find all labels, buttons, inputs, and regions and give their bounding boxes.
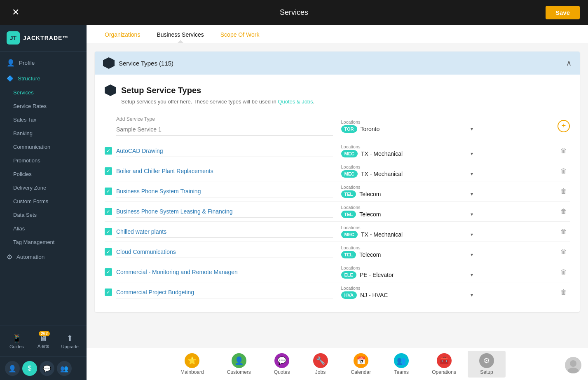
location-text-7: NJ - HVAC	[360, 292, 467, 298]
location-dropdown-3[interactable]: ▾	[471, 211, 473, 217]
group-icon-btn[interactable]: 👥	[57, 361, 72, 376]
svg-point-0	[570, 360, 576, 367]
sidebar-logo: JT JACKTRADE™	[0, 25, 87, 52]
sidebar-item-structure[interactable]: 🔷 Structure	[0, 71, 87, 86]
location-dropdown-6[interactable]: ▾	[471, 272, 473, 278]
service-types-card: Service Types (115) ∧ Setup Service Type…	[95, 52, 580, 312]
delete-service-button-1[interactable]: 🗑	[558, 165, 570, 177]
nav-calendar[interactable]: 📅 Calendar	[340, 351, 383, 378]
teams-label: Teams	[394, 369, 409, 375]
upgrade-icon: ⬆	[66, 333, 73, 343]
service-location-0: Locations MEC TX - Mechanical ▾	[341, 144, 558, 157]
setup-header: Setup Service Types	[105, 84, 570, 96]
close-button[interactable]: ✕	[8, 5, 23, 20]
nav-jobs[interactable]: 🔧 Jobs	[302, 351, 340, 378]
mainboard-icon: ⭐	[185, 353, 199, 368]
service-checkbox-0[interactable]: ✓	[105, 147, 112, 155]
service-checkbox-3[interactable]: ✓	[105, 208, 112, 215]
delete-service-button-2[interactable]: 🗑	[558, 185, 570, 197]
delete-service-button-4[interactable]: 🗑	[558, 225, 570, 238]
quotes-link[interactable]: Quotes & Jobs	[278, 99, 313, 105]
sidebar-item-profile[interactable]: 👤 Profile	[0, 55, 87, 71]
service-checkbox-7[interactable]: ✓	[105, 289, 112, 296]
service-list-item: ✓ Boiler and Chiller Plant Replacements …	[105, 161, 570, 181]
sidebar-item-communication[interactable]: Communication	[0, 140, 87, 154]
service-location-2: Locations TEL Telecom ▾	[341, 185, 558, 198]
tab-organizations[interactable]: Organizations	[96, 25, 148, 43]
nav-label-profile: Profile	[19, 60, 35, 66]
location-text-5: Telecom	[359, 251, 467, 258]
service-checkbox-1[interactable]: ✓	[105, 167, 112, 175]
location-dropdown-5[interactable]: ▾	[471, 252, 473, 258]
service-location-3: Locations TEL Telecom ▾	[341, 205, 558, 218]
add-service-row: Add Service Type Locations TOR Toronto ▾	[105, 113, 570, 139]
location-dropdown-7[interactable]: ▾	[471, 292, 473, 298]
sidebar-item-tag-management[interactable]: Tag Management	[0, 235, 87, 249]
location-dropdown-0[interactable]: ▾	[471, 151, 473, 157]
sidebar-bottom: 📱 Guides 🖥 262 Alerts ⬆ Upgrade	[0, 326, 87, 357]
upgrade-button[interactable]: ⬆ Upgrade	[58, 331, 82, 352]
tab-scope-of-work[interactable]: Scope Of Work	[212, 25, 268, 43]
user-avatar[interactable]	[565, 357, 581, 373]
operations-icon: 🧰	[437, 353, 452, 368]
dollar-icon-btn[interactable]: $	[22, 361, 37, 376]
structure-icon: 🔷	[7, 75, 14, 82]
nav-operations[interactable]: 🧰 Operations	[420, 351, 468, 378]
nav-customers[interactable]: 👤 Customers	[216, 351, 262, 378]
delete-service-button-3[interactable]: 🗑	[558, 205, 570, 218]
service-name-1: Boiler and Chiller Plant Replacements	[116, 165, 333, 177]
service-list-item: ✓ Commercial - Monitoring and Remote Man…	[105, 262, 570, 282]
sidebar-item-sales-tax[interactable]: Sales Tax	[0, 113, 87, 127]
location-dropdown-1[interactable]: ▾	[471, 171, 473, 177]
operations-label: Operations	[432, 369, 456, 375]
location-text-6: PE - Elevator	[360, 272, 467, 278]
sidebar-item-services[interactable]: Services	[0, 86, 87, 99]
user-icon-btn[interactable]: 👤	[5, 361, 20, 376]
add-location-badge: TOR	[341, 125, 357, 133]
card-title: Service Types (115)	[119, 60, 173, 67]
delete-service-button-6[interactable]: 🗑	[558, 266, 570, 278]
add-service-input[interactable]	[116, 124, 333, 136]
sidebar-item-delivery-zone[interactable]: Delivery Zone	[0, 181, 87, 195]
sidebar-item-data-sets[interactable]: Data Sets	[0, 208, 87, 222]
nav-setup[interactable]: ⚙ Setup	[468, 351, 506, 378]
service-name-4: Chilled water plants	[116, 226, 333, 238]
service-checkbox-4[interactable]: ✓	[105, 228, 112, 235]
alerts-button[interactable]: 🖥 262 Alerts	[32, 331, 55, 352]
location-dropdown-2[interactable]: ▾	[471, 191, 473, 197]
chat-icon-btn[interactable]: 💬	[40, 361, 54, 376]
service-list-item: ✓ Commercial Project Budgeting Locations…	[105, 282, 570, 302]
logo-text: JACKTRADE™	[23, 35, 68, 41]
sidebar-item-service-rates[interactable]: Service Rates	[0, 99, 87, 113]
logo-icon: JT	[7, 31, 20, 45]
content-area: Organizations Business Services Scope Of…	[87, 25, 588, 380]
delete-service-button-7[interactable]: 🗑	[558, 286, 570, 298]
service-list-item: ✓ Business Phone System Leasing & Financ…	[105, 202, 570, 222]
delete-service-button-5[interactable]: 🗑	[558, 246, 570, 258]
sidebar-item-promotions[interactable]: Promotions	[0, 154, 87, 167]
nav-mainboard[interactable]: ⭐ Mainboard	[169, 351, 216, 378]
guides-button[interactable]: 📱 Guides	[5, 331, 28, 352]
sidebar-item-banking[interactable]: Banking	[0, 127, 87, 140]
save-button[interactable]: Save	[546, 6, 580, 19]
sidebar-item-policies[interactable]: Policies	[0, 167, 87, 181]
sidebar-item-custom-forms[interactable]: Custom Forms	[0, 195, 87, 208]
service-checkbox-5[interactable]: ✓	[105, 248, 112, 256]
tab-business-services[interactable]: Business Services	[148, 25, 212, 43]
service-checkbox-2[interactable]: ✓	[105, 188, 112, 195]
hex-icon	[103, 57, 115, 69]
service-checkbox-6[interactable]: ✓	[105, 268, 112, 276]
location-dropdown-4[interactable]: ▾	[471, 232, 473, 237]
calendar-icon: 📅	[354, 353, 368, 368]
location-badge-5: TEL	[341, 251, 356, 258]
delete-service-button-0[interactable]: 🗑	[558, 145, 570, 157]
sidebar-item-alias[interactable]: Alias	[0, 222, 87, 235]
automation-icon: ⚙	[7, 253, 12, 261]
service-list-item: ✓ Cloud Communications Locations TEL Tel…	[105, 242, 570, 262]
nav-quotes[interactable]: 💬 Quotes	[262, 351, 302, 378]
nav-teams[interactable]: 👥 Teams	[382, 351, 420, 378]
add-service-button[interactable]: +	[558, 120, 570, 132]
sidebar-item-automation[interactable]: ⚙ Automation	[0, 249, 87, 265]
add-location-dropdown[interactable]: ▾	[471, 126, 473, 132]
collapse-button[interactable]: ∧	[566, 59, 572, 68]
